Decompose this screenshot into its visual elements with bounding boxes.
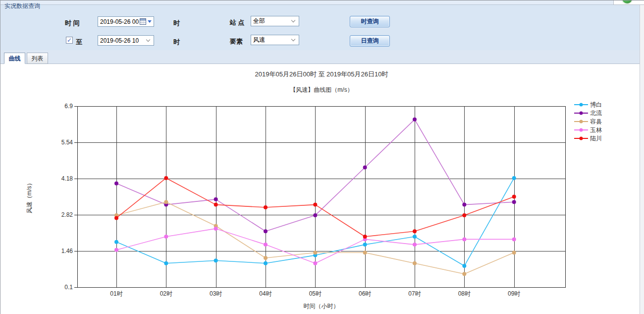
time-label: 时 间 [65,19,80,28]
chart-title: 2019年05月26日00时 至 2019年05月26日10时 [0,70,643,79]
svg-text:陆川: 陆川 [590,135,602,142]
start-time-input[interactable]: 2019-05-26 00 [98,16,154,27]
start-time-value: 2019-05-26 00 [100,18,140,25]
panel-top-border [0,0,644,5]
chevron-down-icon [291,37,295,41]
element-value: 风速 [253,36,292,44]
corner-tab [613,0,644,5]
hour-query-button[interactable]: 时查询 [350,16,390,27]
svg-text:06时: 06时 [359,290,371,297]
chart-subtitle: 【风速】曲线图（m/s） [0,86,643,94]
chart-panel: 2019年05月26日00时 至 2019年05月26日10时 【风速】曲线图（… [0,64,641,314]
hour-suffix-1: 时 [173,19,180,28]
svg-text:1.46: 1.46 [61,248,73,254]
y-axis-title: 风速（m/s） [26,180,33,213]
query-panel: 实况数据查询 时 间 2019-05-26 00 时 站 点 全部 时查询 ✓ … [0,0,644,50]
tab-list[interactable]: 列表 [27,53,48,64]
chevron-down-icon [291,18,295,22]
end-time-value: 2019-05-26 10 [100,37,147,44]
svg-text:北流: 北流 [590,110,602,117]
svg-text:5.54: 5.54 [61,139,73,146]
x-axis-ticks: 01时02时03时04时05时06时07时08时09时 [110,290,520,297]
station-label: 站 点 [230,18,245,27]
chevron-down-icon [146,38,150,42]
svg-text:09时: 09时 [508,290,520,297]
tab-bar: 曲线 列表 [0,50,644,64]
svg-text:04时: 04时 [259,290,271,297]
svg-text:0.1: 0.1 [64,284,73,291]
svg-text:玉林: 玉林 [590,126,602,133]
station-value: 全部 [253,17,292,25]
chart-svg: 0.11.462.824.185.546.901时02时03时04时05时06时… [0,64,641,314]
element-select[interactable]: 风速 [251,35,299,45]
svg-text:博白: 博白 [590,101,602,108]
right-scroll-strip[interactable] [640,0,644,314]
calendar-icon[interactable] [140,18,146,25]
svg-text:容县: 容县 [590,118,602,125]
x-axis-title: 时间（小时） [304,303,339,310]
y-axis-ticks: 0.11.462.824.185.546.9 [61,103,77,291]
svg-text:05时: 05时 [309,290,322,297]
svg-text:2.82: 2.82 [61,211,73,218]
datepicker-arrow-icon[interactable] [148,20,152,23]
station-select[interactable]: 全部 [251,16,299,26]
svg-text:01时: 01时 [110,290,122,297]
chart-legend: 博白北流容县玉林陆川 [574,101,602,142]
element-label: 要素 [230,37,243,46]
svg-text:03时: 03时 [210,290,222,297]
green-circle-button[interactable] [621,0,633,4]
svg-text:02时: 02时 [160,290,172,297]
to-checkbox[interactable]: ✓ [66,37,73,44]
to-label: 至 [76,38,82,47]
hour-suffix-2: 时 [173,38,180,47]
svg-text:4.18: 4.18 [61,175,73,182]
svg-text:6.9: 6.9 [64,103,73,110]
svg-text:07时: 07时 [408,290,421,297]
svg-text:08时: 08时 [458,290,471,297]
tab-curve[interactable]: 曲线 [4,53,25,64]
day-query-button[interactable]: 日查询 [350,35,390,47]
app-window: 实况数据查询 时 间 2019-05-26 00 时 站 点 全部 时查询 ✓ … [0,0,644,314]
end-time-input[interactable]: 2019-05-26 10 [98,35,154,46]
panel-title: 实况数据查询 [3,2,42,10]
